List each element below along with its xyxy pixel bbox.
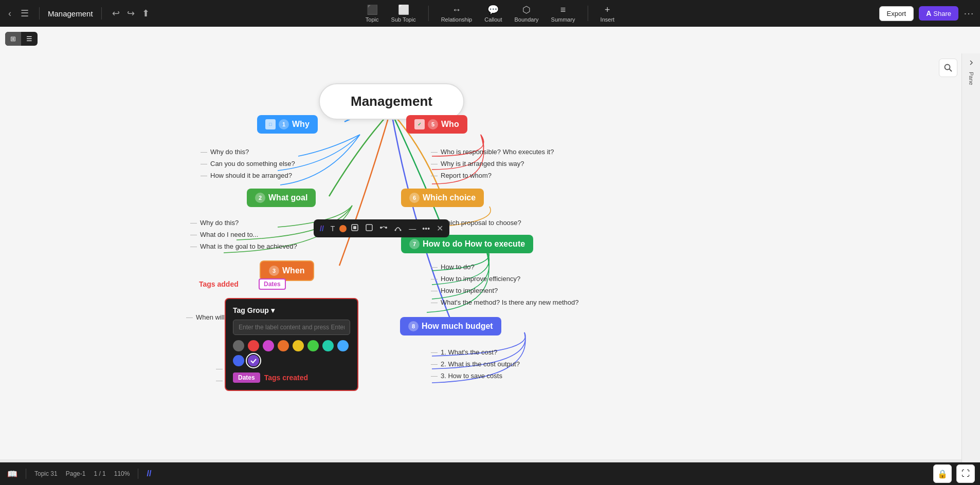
node-whichchoice[interactable]: 6 Which choice xyxy=(401,189,484,207)
search-button[interactable] xyxy=(939,59,957,77)
whatgoal-sub-1: Why do this? xyxy=(190,219,297,227)
list-view-button[interactable]: ☰ xyxy=(21,32,38,46)
more-options-button[interactable]: ⋯ xyxy=(964,7,974,20)
redo-button[interactable]: ↪ xyxy=(125,7,137,20)
connection-lines xyxy=(0,27,980,485)
chevron-right-icon xyxy=(967,59,975,67)
howtodo-sub-4: What's the method? Is there any new meth… xyxy=(431,299,578,306)
status-divider-2 xyxy=(138,469,138,479)
who-sub-3: Report to whom? xyxy=(431,172,554,179)
tool-boundary[interactable]: ⬡ Boundary xyxy=(514,4,538,23)
float-more-button[interactable]: ••• xyxy=(420,222,432,235)
color-teal[interactable] xyxy=(322,340,334,351)
float-select-button[interactable] xyxy=(349,222,361,235)
color-green[interactable] xyxy=(307,340,319,351)
color-gray[interactable] xyxy=(233,340,244,351)
toolbar-divider-v2 xyxy=(588,6,588,21)
brand-mini-icon: // xyxy=(318,223,326,234)
float-curve-button[interactable] xyxy=(392,222,404,235)
tool-subtopic[interactable]: ⬜ Sub Topic xyxy=(391,4,416,23)
float-color-picker[interactable] xyxy=(339,225,347,232)
svg-point-3 xyxy=(380,227,382,229)
back-icon[interactable]: ‹ xyxy=(6,6,13,21)
float-dash-button[interactable]: — xyxy=(406,222,418,235)
callout-icon: 💬 xyxy=(487,4,499,15)
budget-sub-2: 2. What is the cost output? xyxy=(431,360,520,368)
connect-icon xyxy=(380,224,387,231)
why-sub-1: Why do this? xyxy=(201,148,295,156)
float-text-button[interactable]: T xyxy=(328,222,338,235)
grid-view-button[interactable]: ⊞ xyxy=(5,32,21,46)
tool-callout[interactable]: 💬 Callout xyxy=(484,4,502,23)
dates-tag-inline[interactable]: Dates xyxy=(259,278,286,290)
statusbar: 📖 Topic 31 Page-1 1 / 1 110% // 🔒 ⛶ xyxy=(0,462,980,485)
central-node[interactable]: Management xyxy=(319,83,464,120)
view-toggle: ⊞ ☰ xyxy=(5,32,38,46)
tool-relationship[interactable]: ↔ Relationship xyxy=(441,5,473,23)
why-sub-2: Can you do something else? xyxy=(201,160,295,167)
tag-label-input[interactable] xyxy=(233,320,350,335)
color-orange[interactable] xyxy=(278,340,289,351)
whichchoice-badge: 6 xyxy=(409,193,420,203)
whichchoice-label: Which choice xyxy=(423,193,476,202)
budget-label: How much budget xyxy=(422,322,493,331)
svg-point-6 xyxy=(400,230,402,231)
color-purple[interactable] xyxy=(248,355,259,366)
float-connect-button[interactable] xyxy=(377,222,390,235)
howtodo-sub-3: How to implement? xyxy=(431,287,578,294)
who-sub-2: Why is it arranged this way? xyxy=(431,160,554,167)
budget-sub-3: 3. How to save costs xyxy=(431,372,520,380)
color-yellow[interactable] xyxy=(293,340,304,351)
tag-group-title-button[interactable]: Tag Group ▾ xyxy=(233,306,275,314)
float-close-button[interactable]: ✕ xyxy=(434,222,445,234)
budget-sub-1: 1. What's the cost? xyxy=(431,348,520,356)
color-red[interactable] xyxy=(248,340,259,351)
tags-added-label: Tags added xyxy=(199,280,239,288)
selected-check-icon xyxy=(248,355,259,366)
toolbar-divider-1 xyxy=(39,7,40,20)
color-pink[interactable] xyxy=(263,340,274,351)
menu-icon[interactable]: ☰ xyxy=(19,6,31,21)
tags-created-row: Dates Tags created xyxy=(233,372,350,383)
doc-title: Management xyxy=(48,9,93,18)
who-sub-1: Who is responsible? Who executes it? xyxy=(431,148,554,156)
dates-tag-created[interactable]: Dates xyxy=(233,372,260,383)
topic-count-label: Topic 31 xyxy=(34,470,58,477)
save-button[interactable]: ⬆ xyxy=(140,7,152,20)
book-icon[interactable]: 📖 xyxy=(7,469,17,479)
node-when[interactable]: 3 When xyxy=(260,260,314,281)
status-divider-1 xyxy=(26,469,26,479)
relationship-icon: ↔ xyxy=(452,5,461,15)
node-who[interactable]: ✓ 5 Who xyxy=(406,115,467,134)
undo-button[interactable]: ↩ xyxy=(110,7,122,20)
tool-summary[interactable]: ≡ Summary xyxy=(551,5,575,23)
color-blue-light[interactable] xyxy=(337,340,349,351)
howtodo-sub-1: How to do? xyxy=(431,263,578,271)
toolbar-divider-v xyxy=(428,6,429,21)
fullscreen-button[interactable]: ⛶ xyxy=(956,464,975,483)
budget-badge: 8 xyxy=(408,321,419,331)
svg-line-9 xyxy=(950,69,952,72)
tool-topic[interactable]: ⬛ Topic xyxy=(366,4,379,23)
lock-button[interactable]: 🔒 xyxy=(933,464,952,483)
node-howtodo[interactable]: 7 How to do How to execute xyxy=(401,235,533,253)
node-whatgoal[interactable]: 2 What goal xyxy=(247,189,316,207)
when-label: When xyxy=(282,266,305,275)
share-button[interactable]: A Share xyxy=(919,6,958,21)
whatgoal-sub-items: Why do this? What do I need to... What i… xyxy=(190,215,297,254)
tags-created-label: Tags created xyxy=(264,374,308,382)
node-howmuchbudget[interactable]: 8 How much budget xyxy=(400,317,501,335)
why-label: Why xyxy=(292,120,310,129)
tool-insert[interactable]: + Insert xyxy=(601,5,615,23)
tag-group-popup: Tag Group ▾ Dates xyxy=(225,298,358,391)
node-why[interactable]: □ 1 Why xyxy=(257,115,318,134)
float-rect-button[interactable] xyxy=(363,222,375,235)
tag-group-header: Tag Group ▾ xyxy=(233,306,350,314)
canvas: ⊞ ☰ Management □ 1 Why Why do this? Can … xyxy=(0,27,980,485)
svg-rect-1 xyxy=(353,226,356,229)
right-panel-toggle[interactable]: Pane xyxy=(961,53,980,462)
rect-icon xyxy=(366,224,373,231)
color-blue[interactable] xyxy=(233,355,244,366)
export-button[interactable]: Export xyxy=(879,6,914,21)
budget-sub-items: 1. What's the cost? 2. What is the cost … xyxy=(431,344,520,384)
